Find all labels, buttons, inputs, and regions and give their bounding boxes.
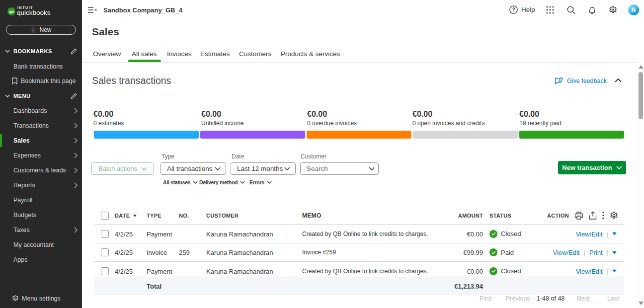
edit-bookmarks-icon[interactable] (71, 48, 77, 55)
bar-open[interactable] (413, 131, 518, 139)
pagination-range: 1-48 of 48 (537, 295, 564, 302)
notifications-bell-icon[interactable] (588, 6, 596, 14)
give-feedback-link[interactable]: Give feedback (555, 77, 607, 85)
scrollbar-up-arrow[interactable] (639, 65, 644, 69)
print-link[interactable]: Print (589, 249, 603, 256)
row-checkbox[interactable] (101, 267, 109, 275)
col-type[interactable]: TYPE (147, 213, 161, 219)
chevron-down-icon (141, 167, 147, 171)
sidebar-item-dashboards[interactable]: Dashboards (0, 103, 82, 118)
stat-open-amount: €0.00 (412, 110, 432, 119)
sidebar-item-reports[interactable]: Reports (0, 178, 82, 193)
stat-open-label: 0 open invoices and credits (412, 120, 484, 127)
table-total-row: Total €1,213.94 (94, 277, 624, 295)
status-filter[interactable]: All statuses (163, 179, 198, 185)
table-settings-gear-icon[interactable] (610, 211, 618, 220)
delivery-method-filter[interactable]: Delivery method (199, 179, 245, 185)
sidebar-item-label: Dashboards (13, 107, 47, 114)
menu-settings-button[interactable]: Menu settings (12, 295, 61, 302)
col-memo[interactable]: MEMO (302, 212, 322, 219)
sidebar-item-my-accountant[interactable]: My accountant (0, 237, 82, 252)
pagination-next[interactable]: Next (577, 295, 590, 302)
tab-all-sales[interactable]: All sales (132, 50, 157, 58)
view-edit-link[interactable]: View/Edit (553, 249, 580, 256)
table-row[interactable]: 4/2/25 Invoice 259 Karuna Ramachandran I… (94, 243, 624, 262)
bookmarks-header[interactable]: BOOKMARKS (0, 47, 82, 55)
row-checkbox[interactable] (101, 230, 109, 238)
cell-no: 259 (179, 249, 190, 256)
type-filter-select[interactable]: All transactions (161, 162, 226, 175)
view-edit-link[interactable]: View/Edit (576, 267, 603, 275)
print-icon[interactable] (574, 211, 583, 220)
cell-date: 4/2/25 (115, 230, 133, 237)
errors-filter-label: Errors (249, 179, 264, 185)
bar-paid[interactable] (519, 131, 624, 139)
view-edit-link[interactable]: View/Edit (576, 230, 603, 237)
col-amount[interactable]: AMOUNT (458, 213, 483, 219)
scrollbar-thumb[interactable] (639, 72, 643, 119)
company-name[interactable]: Sandbox Company_GB_4 (103, 6, 182, 14)
tab-customers[interactable]: Customers (239, 50, 271, 58)
action-dropdown-icon[interactable] (612, 232, 617, 235)
customer-dropdown-button[interactable] (365, 167, 378, 171)
date-filter-select[interactable]: Last 12 months (231, 162, 296, 175)
col-date[interactable]: DATE (115, 213, 137, 219)
edit-menu-icon[interactable] (71, 93, 77, 99)
chevron-right-icon (74, 167, 78, 173)
sidebar-item-bookmark-this-page[interactable]: Bookmark this page (12, 77, 76, 84)
sidebar-item-bank-transactions[interactable]: Bank transactions (13, 63, 63, 70)
sidebar-item-taxes[interactable]: Taxes (0, 223, 82, 237)
sidebar-item-apps[interactable]: Apps (0, 252, 82, 267)
action-dropdown-icon[interactable] (612, 251, 617, 254)
bar-unbilled[interactable] (200, 131, 305, 139)
batch-actions-button[interactable]: Batch actions (91, 162, 154, 175)
row-checkbox[interactable] (101, 248, 109, 256)
customer-search-input[interactable] (307, 165, 364, 172)
help-label: Help (521, 6, 535, 13)
action-dropdown-icon[interactable] (612, 270, 617, 273)
total-amount: €1,213.94 (454, 282, 483, 290)
tab-estimates[interactable]: Estimates (200, 50, 230, 58)
sidebar-item-expenses[interactable]: Expenses (0, 148, 82, 163)
bar-overdue[interactable] (307, 131, 411, 139)
new-button[interactable]: New (6, 25, 76, 35)
settings-gear-icon[interactable] (609, 6, 617, 14)
help-button[interactable]: ? Help (509, 5, 535, 14)
sidebar-item-transactions[interactable]: Transactions (0, 118, 82, 133)
pagination-previous[interactable]: Previous (506, 295, 530, 302)
more-options-icon[interactable] (602, 212, 604, 220)
sidebar-item-budgets[interactable]: Budgets (0, 208, 82, 223)
avatar[interactable]: N (628, 4, 639, 15)
collapse-sidebar-icon[interactable] (88, 6, 96, 13)
errors-filter[interactable]: Errors (249, 179, 272, 185)
apps-grid-icon[interactable] (546, 6, 554, 14)
tab-invoices[interactable]: Invoices (167, 50, 192, 58)
menu-header[interactable]: MENU (0, 92, 82, 100)
scrollbar-down-arrow[interactable] (639, 302, 644, 305)
avatar-initial: N (632, 6, 636, 13)
table-row[interactable]: 4/2/25 Payment Karuna Ramachandran Creat… (94, 225, 624, 243)
batch-actions-label: Batch actions (98, 165, 137, 172)
chevron-right-icon (74, 123, 78, 129)
search-icon[interactable] (567, 6, 575, 14)
bookmark-icon (12, 77, 17, 84)
sidebar-item-sales[interactable]: Sales (0, 133, 82, 148)
col-no[interactable]: NO. (179, 213, 189, 219)
collapse-panel-icon[interactable] (615, 78, 622, 82)
col-customer[interactable]: CUSTOMER (206, 213, 239, 219)
table-row[interactable]: 4/2/25 Payment Karuna Ramachandran Creat… (94, 262, 624, 276)
select-all-checkbox[interactable] (101, 212, 109, 220)
new-button-label: New (39, 26, 51, 33)
bar-estimates[interactable] (94, 131, 199, 139)
pagination-last[interactable]: Last (607, 295, 619, 302)
chevron-right-icon (74, 108, 78, 114)
export-icon[interactable] (589, 211, 597, 220)
sidebar-item-payroll[interactable]: Payroll (0, 193, 82, 208)
new-transaction-button[interactable]: New transaction (558, 161, 626, 174)
sidebar-item-customers-leads[interactable]: Customers & leads (0, 163, 82, 178)
tab-overview[interactable]: Overview (93, 50, 121, 58)
pagination-first[interactable]: First (480, 295, 491, 302)
tab-products-services[interactable]: Products & services (281, 50, 340, 58)
col-status[interactable]: STATUS (489, 213, 511, 219)
stat-estimates-label: 0 estimates (93, 120, 124, 127)
